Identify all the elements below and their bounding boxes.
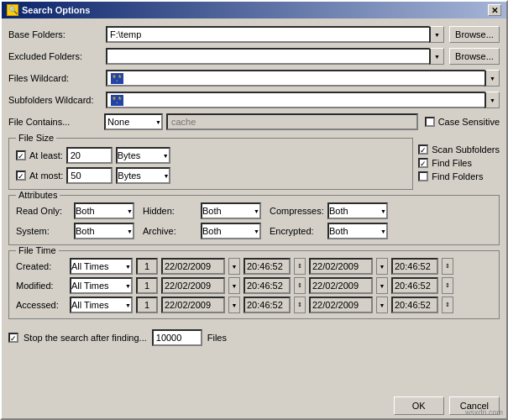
hidden-item: Hidden: BothYesNo bbox=[143, 202, 261, 219]
stop-search-checkbox[interactable] bbox=[8, 333, 18, 343]
at-most-unit-select[interactable]: Bytes KB MB bbox=[116, 167, 170, 184]
created-num-input[interactable] bbox=[136, 258, 158, 275]
system-item: System: BothYesNo bbox=[16, 223, 134, 239]
created-date2-input[interactable] bbox=[309, 258, 373, 275]
subfolders-wildcard-row: Subfolders Wildcard: *.* ▼ bbox=[8, 91, 500, 109]
encrypted-label: Encrypted: bbox=[270, 226, 324, 236]
accessed-time2-input[interactable] bbox=[391, 297, 438, 313]
read-only-item: Read Only: BothYesNo bbox=[16, 202, 134, 219]
at-most-label: At most: bbox=[29, 171, 63, 181]
created-date1-input[interactable] bbox=[161, 258, 225, 275]
main-content: Base Folders: ▼ Browse... Excluded Folde… bbox=[2, 18, 506, 393]
base-folders-label: Base Folders: bbox=[8, 29, 101, 39]
file-contains-type-select[interactable]: None Text Binary bbox=[104, 113, 163, 130]
modified-time2-arrow[interactable]: ⇕ bbox=[442, 277, 453, 294]
wildcard-star-icon: *.* bbox=[111, 73, 123, 84]
modified-num-input[interactable] bbox=[136, 277, 158, 294]
modified-time2-input[interactable] bbox=[391, 277, 438, 294]
search-options-window: 🔍 Search Options ✕ Base Folders: ▼ Brows… bbox=[0, 0, 508, 420]
at-most-checkbox[interactable] bbox=[16, 171, 26, 181]
at-least-unit-select[interactable]: Bytes KB MB bbox=[116, 147, 170, 164]
scan-subfolders-row: Scan Subfolders bbox=[418, 144, 500, 155]
accessed-date1-arrow[interactable]: ▼ bbox=[228, 297, 240, 313]
file-size-group: File Size At least: Bytes KB MB bbox=[8, 138, 413, 190]
excluded-folders-arrow[interactable]: ▼ bbox=[429, 48, 444, 65]
created-time2-input[interactable] bbox=[391, 258, 438, 275]
created-type-wrapper: All TimesBeforeAfterBetween bbox=[70, 258, 133, 275]
files-wildcard-combo: *.* ▼ bbox=[106, 70, 500, 87]
hidden-select[interactable]: BothYesNo bbox=[201, 202, 261, 219]
created-date2-arrow[interactable]: ▼ bbox=[376, 258, 388, 275]
files-wildcard-arrow[interactable]: ▼ bbox=[484, 70, 500, 87]
modified-time1-input[interactable] bbox=[244, 277, 291, 294]
system-select[interactable]: BothYesNo bbox=[74, 223, 134, 239]
find-folders-checkbox[interactable] bbox=[418, 171, 428, 181]
encrypted-select[interactable]: BothYesNo bbox=[327, 223, 388, 239]
case-sensitive-checkbox[interactable] bbox=[425, 117, 435, 127]
accessed-date1-input[interactable] bbox=[161, 297, 225, 313]
accessed-time1-arrow[interactable]: ⇕ bbox=[294, 297, 306, 313]
window-title: Search Options bbox=[22, 5, 90, 15]
base-folders-input[interactable] bbox=[106, 26, 429, 43]
at-least-label: At least: bbox=[29, 150, 63, 160]
find-files-checkbox[interactable] bbox=[418, 158, 428, 168]
modified-type-select[interactable]: All TimesBeforeAfterBetween bbox=[70, 277, 133, 294]
base-folders-browse-button[interactable]: Browse... bbox=[449, 26, 500, 43]
modified-row: Modified: All TimesBeforeAfterBetween ▼ … bbox=[16, 277, 492, 294]
accessed-type-select[interactable]: All TimesBeforeAfterBetween bbox=[70, 297, 133, 313]
file-contains-row: File Contains... None Text Binary Case S… bbox=[8, 113, 500, 131]
modified-date1-arrow[interactable]: ▼ bbox=[228, 277, 240, 294]
accessed-num-input[interactable] bbox=[136, 297, 158, 313]
created-time2-arrow[interactable]: ⇕ bbox=[442, 258, 453, 275]
modified-time1-arrow[interactable]: ⇕ bbox=[294, 277, 306, 294]
stop-search-input[interactable] bbox=[152, 329, 202, 346]
created-time1-input[interactable] bbox=[244, 258, 291, 275]
case-sensitive-row: Case Sensitive bbox=[425, 117, 500, 127]
modified-date2-input[interactable] bbox=[309, 277, 373, 294]
file-size-title: File Size bbox=[16, 133, 56, 143]
subfolders-wildcard-label: Subfolders Wildcard: bbox=[8, 95, 101, 105]
attributes-rows: Read Only: BothYesNo Hidden: BothYesNo bbox=[16, 202, 492, 239]
modified-date1-input[interactable] bbox=[161, 277, 225, 294]
base-folders-arrow[interactable]: ▼ bbox=[429, 26, 444, 43]
excluded-folders-browse-button[interactable]: Browse... bbox=[449, 48, 500, 65]
accessed-time1-input[interactable] bbox=[244, 297, 291, 313]
subfolders-wildcard-arrow[interactable]: ▼ bbox=[484, 92, 500, 108]
archive-label: Archive: bbox=[143, 226, 197, 236]
excluded-folders-input[interactable] bbox=[106, 48, 429, 65]
files-wildcard-row: Files Wildcard: *.* ▼ bbox=[8, 69, 500, 87]
created-row: Created: All TimesBeforeAfterBetween ▼ ⇕… bbox=[16, 258, 492, 275]
scan-subfolders-checkbox[interactable] bbox=[418, 144, 428, 155]
at-most-row: At most: Bytes KB MB bbox=[16, 167, 406, 184]
modified-date2-arrow[interactable]: ▼ bbox=[376, 277, 388, 294]
modified-type-wrapper: All TimesBeforeAfterBetween bbox=[70, 277, 133, 294]
accessed-date2-arrow[interactable]: ▼ bbox=[376, 297, 388, 313]
compresses-item: Compresses: BothYesNo bbox=[270, 202, 388, 219]
archive-select[interactable]: BothYesNo bbox=[201, 223, 261, 239]
accessed-row: Accessed: All TimesBeforeAfterBetween ▼ … bbox=[16, 297, 492, 313]
find-folders-label: Find Folders bbox=[432, 171, 483, 181]
created-date1-arrow[interactable]: ▼ bbox=[228, 258, 240, 275]
file-time-group: File Time Created: All TimesBeforeAfterB… bbox=[8, 250, 500, 319]
read-only-select[interactable]: BothYesNo bbox=[74, 202, 134, 219]
modified-label: Modified: bbox=[16, 281, 66, 291]
created-type-select[interactable]: All TimesBeforeAfterBetween bbox=[70, 258, 133, 275]
ok-button[interactable]: OK bbox=[394, 396, 444, 415]
at-least-input[interactable] bbox=[66, 147, 113, 164]
watermark: wsxdn.com bbox=[465, 408, 503, 417]
at-least-checkbox[interactable] bbox=[16, 150, 26, 160]
close-button[interactable]: ✕ bbox=[488, 4, 501, 16]
file-contains-input[interactable] bbox=[166, 113, 418, 130]
compresses-select[interactable]: BothYesNo bbox=[327, 202, 388, 219]
at-most-input[interactable] bbox=[66, 167, 113, 184]
accessed-time2-arrow[interactable]: ⇕ bbox=[442, 297, 453, 313]
encrypted-select-wrapper: BothYesNo bbox=[327, 223, 388, 239]
subfolders-wildcard-combo: *.* ▼ bbox=[106, 92, 500, 108]
accessed-date2-input[interactable] bbox=[309, 297, 373, 313]
created-time1-arrow[interactable]: ⇕ bbox=[294, 258, 306, 275]
created-label: Created: bbox=[16, 261, 66, 271]
accessed-type-wrapper: All TimesBeforeAfterBetween bbox=[70, 297, 133, 313]
scan-options: Scan Subfolders Find Files Find Folders bbox=[418, 136, 500, 190]
find-files-row: Find Files bbox=[418, 158, 500, 168]
accessed-label: Accessed: bbox=[16, 300, 66, 310]
